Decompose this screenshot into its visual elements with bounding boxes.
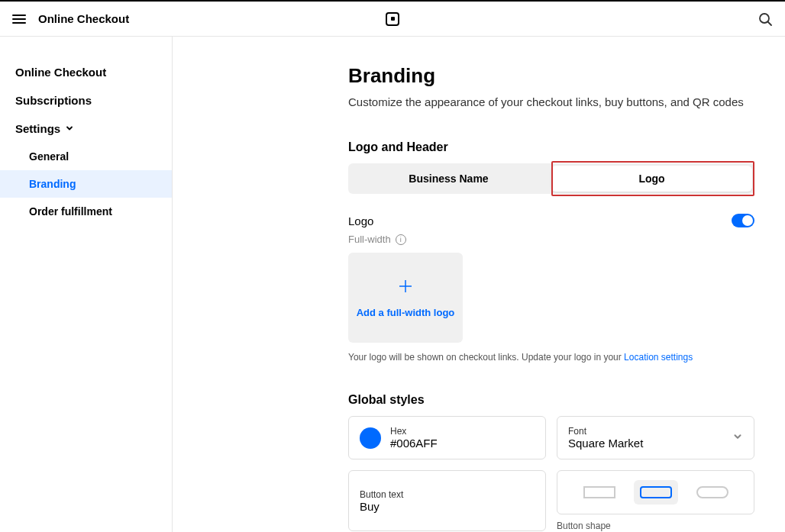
shape-rounded[interactable] — [634, 480, 678, 505]
segmented-label: Business Name — [409, 172, 488, 185]
sidebar: Online Checkout Subscriptions Settings G… — [0, 37, 173, 532]
chevron-down-icon — [65, 122, 74, 135]
segmented-logo[interactable]: Logo — [551, 166, 752, 192]
sidebar-item-label: Online Checkout — [15, 66, 106, 79]
font-value: Square Market — [568, 437, 723, 450]
sidebar-item-label: Settings — [15, 122, 60, 135]
sidebar-item-label: Order fulfillment — [29, 205, 112, 218]
topbar: Online Checkout — [0, 0, 785, 37]
upload-text: Add a full-width logo — [357, 307, 455, 318]
plus-icon — [399, 278, 412, 298]
button-shape-card — [557, 470, 754, 514]
button-text-label: Button text — [360, 489, 535, 500]
logo-header-segmented: Business Name Logo — [348, 163, 754, 194]
sidebar-item-label: Subscriptions — [15, 94, 92, 107]
topbar-title: Online Checkout — [38, 12, 129, 25]
add-logo-button[interactable]: Add a full-width logo — [348, 253, 463, 343]
hex-color-card[interactable]: Hex #006AFF — [348, 416, 546, 459]
main-content: Branding Customize the appearance of you… — [318, 37, 785, 532]
search-icon[interactable] — [758, 11, 773, 27]
sidebar-item-subscriptions[interactable]: Subscriptions — [0, 86, 172, 114]
svg-line-1 — [768, 21, 772, 25]
logo-hint: Your logo will be shown on checkout link… — [348, 352, 754, 363]
brand-logo[interactable] — [386, 12, 399, 26]
segmented-label: Logo — [638, 172, 664, 185]
font-label: Font — [568, 426, 723, 437]
sidebar-item-online-checkout[interactable]: Online Checkout — [0, 58, 172, 86]
shape-pill[interactable] — [690, 480, 735, 505]
sidebar-item-branding[interactable]: Branding — [0, 170, 172, 198]
section-title-logo-header: Logo and Header — [348, 140, 754, 154]
logo-toggle[interactable] — [732, 214, 754, 227]
button-text-value: Buy — [360, 500, 535, 513]
shape-sharp[interactable] — [577, 480, 622, 505]
full-width-label: Full-width — [348, 234, 391, 245]
page-title: Branding — [348, 64, 754, 88]
page-subtitle: Customize the appearance of your checkou… — [348, 95, 754, 108]
sidebar-item-general[interactable]: General — [0, 143, 172, 170]
sidebar-item-order-fulfillment[interactable]: Order fulfillment — [0, 198, 172, 225]
button-text-card[interactable]: Button text Buy — [348, 470, 546, 531]
button-shape-label: Button shape — [557, 521, 754, 531]
hex-value: #006AFF — [390, 437, 535, 450]
section-title-global-styles: Global styles — [348, 393, 754, 407]
logo-toggle-label: Logo — [348, 214, 373, 227]
location-settings-link[interactable]: Location settings — [624, 352, 693, 363]
sidebar-item-settings[interactable]: Settings — [0, 114, 172, 143]
color-swatch — [360, 427, 381, 449]
sidebar-item-label: General — [29, 150, 69, 163]
font-card[interactable]: Font Square Market — [557, 416, 754, 459]
menu-icon[interactable] — [12, 12, 26, 26]
segmented-business-name[interactable]: Business Name — [348, 163, 549, 194]
info-icon[interactable]: i — [396, 234, 406, 245]
hex-label: Hex — [390, 426, 535, 437]
chevron-down-icon — [732, 431, 743, 445]
sidebar-item-label: Branding — [29, 178, 76, 190]
